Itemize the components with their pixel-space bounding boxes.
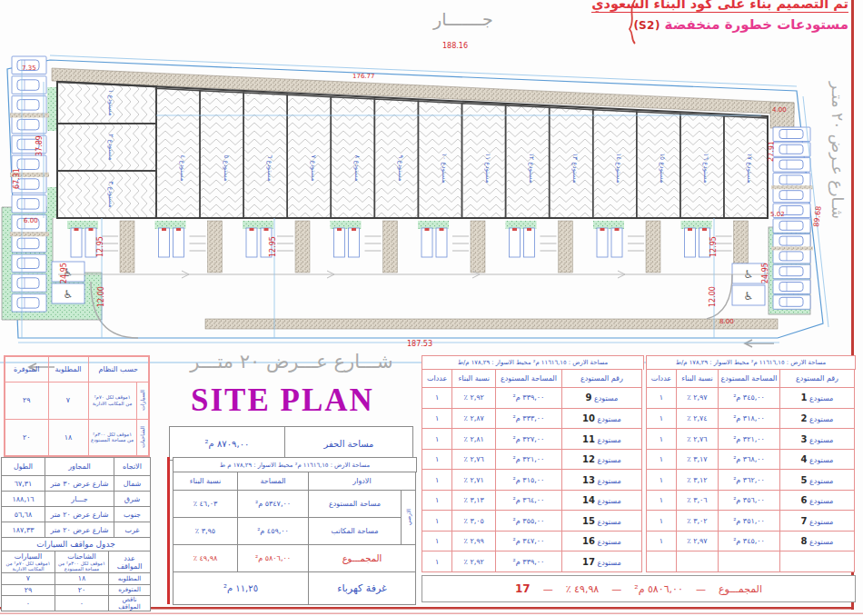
empty-cell [647, 551, 677, 572]
building-ratio: ٢,٧٦ ٪ [452, 449, 496, 470]
wall-band [10, 232, 49, 236]
col-header: نسبة البناء [174, 472, 238, 491]
warehouse-row: مستودع 13٣١٥,٠٠ م²٢,٧١ ٪١ [422, 470, 642, 491]
summary-label: المجمـــوع [719, 583, 762, 595]
dim-bay-width: 12.95 [269, 236, 277, 257]
unit-count: ١ [422, 449, 452, 470]
warehouse-row: مستودع 9٣٣٩,٠٠ م²٢,٩٢ ٪١ [422, 388, 642, 409]
warehouse-number: مستودع 2 [780, 408, 855, 429]
dock-marker [250, 228, 254, 231]
wall-column [646, 221, 660, 273]
area-row: الارضيمساحة المستودع٥٣٤٧,٠٠ م²٤٦,٠٣ ٪ [174, 491, 416, 518]
truck-dock-stall [699, 228, 710, 257]
truck-dock-stall [685, 228, 696, 257]
warehouse-number: مستودع 15 [561, 511, 641, 532]
dock-marker [74, 228, 79, 231]
warehouse-unit-label: مستودع ١٦ [702, 154, 709, 184]
areas-table: الادوار المساحة نسبة البناء الارضيمساحة … [173, 472, 416, 605]
building-ratio: ٣,٠٥ ٪ [452, 511, 496, 532]
wall-column [208, 221, 223, 273]
warehouse-row: مستودع 12٣٢١,٠٠ م²٢,٧٦ ٪١ [422, 449, 642, 470]
warehouse-row: مستودع 6٣٥٦,٠٠ م²٣,٠٦ ٪١ [647, 490, 855, 511]
building-ratio: ٢,٨١ ٪ [452, 429, 496, 450]
floor-label: الارضي [402, 491, 416, 545]
col-header: حسب النظام [88, 356, 149, 382]
wall-column [120, 221, 134, 273]
length-value: ١٨٨,١٦ [2, 492, 45, 507]
truck-count: ٠ [55, 596, 109, 611]
adjacent-feature: شارع عرض ٢٠ متر [45, 522, 114, 538]
warehouse-unit-label: مستودع ١٢ [528, 154, 535, 184]
dim-bay-width: 12.95 [709, 236, 718, 257]
standards-row: الشاحنات١موقف لكل ٣٠٠م² من مساحة المستود… [5, 419, 149, 456]
direction-name: شرق [114, 492, 151, 507]
warehouse-unit [418, 101, 461, 218]
directions-table: الاتجاه المجاور الطول شمالشارع عرض ٣٠ مت… [1, 457, 151, 538]
wall-band [771, 246, 813, 250]
warehouse-unit-label: مستودع ١٤ [615, 154, 622, 184]
total-area: ٥٨٠٦,٠٠ م² [238, 545, 309, 572]
wall-column [295, 221, 310, 273]
totals-summary: المجمـــوع — ٥٨٠٦,٠٠ م² — ٤٩,٩٨ ٪ — 17 [422, 575, 856, 602]
wall-column [471, 221, 485, 273]
direction-name: غرب [114, 522, 151, 538]
electric-room-area: ١١,٢٥ م² [174, 572, 309, 605]
length-value: ٦٧,٣١ [2, 476, 45, 492]
dim-right-building: 27.91 [767, 141, 776, 162]
row-label: المطلوبه [109, 573, 151, 585]
building-ratio: ٣,١٢ ٪ [677, 470, 719, 491]
area-row: مساحة المكاتب٤٥٩,٠٠ م²٣,٩٥ ٪ [174, 518, 416, 545]
dock-marker [440, 228, 444, 231]
wheelchair-icon: ♿ [744, 290, 754, 303]
dim-bottom-total: 187.53 [407, 340, 432, 348]
dock-marker [615, 228, 620, 231]
warehouse-area: ٣٣٩,٠٠ م² [496, 551, 561, 572]
adjacent-feature: شارع عرض ٢٠ متر [45, 507, 114, 522]
warehouse-number: مستودع 3 [780, 429, 855, 450]
warehouse-row: مستودع 4٣٦٨,٠٠ م²٣,١٧ ٪١ [647, 449, 855, 470]
col-header: رقم المستودع [561, 370, 641, 388]
dock-marker [425, 228, 430, 231]
total-label: المجمـــوع [309, 545, 416, 572]
warehouse-type-note: مستودعات خطورة منخفضة (S2) [633, 16, 848, 33]
row-label: ناقص المواقف [109, 596, 151, 611]
truck-dock-stall [597, 228, 608, 257]
direction-name: جنوب [114, 507, 151, 522]
warehouse-unit-label: مستودع ٥ [223, 154, 230, 181]
warehouse-number: مستودع 6 [780, 490, 855, 511]
col-header: المساحة المستودع [496, 370, 561, 388]
warehouse-row: مستودع 15٣٥٥,٠٠ م²٣,٠٥ ٪١ [422, 511, 642, 532]
warehouse-unit-label: مستودع ١٥ [659, 154, 666, 184]
truck-dock-stall [349, 228, 360, 257]
warehouse-unit [287, 94, 331, 218]
warehouse-number: مستودع 8 [780, 531, 855, 551]
dock-marker [264, 228, 269, 231]
truck-dock-stall [524, 228, 535, 257]
street-label-right: شـارع عـرض ٢٠ متـر [828, 81, 847, 219]
dim-gate-width: 8.00 [719, 318, 734, 325]
red-separator [167, 457, 170, 604]
warehouse-unit-label: مستودع ٩ [397, 154, 404, 181]
dim-left-offset: 6.00 [24, 217, 38, 224]
warehouse-unit [200, 91, 243, 218]
warehouse-unit [57, 171, 156, 218]
warehouse-area: ٣٤٥,٠٠ م² [719, 531, 780, 551]
warehouse-row: مستودع 7٣٥١,٠٠ م²٣,٠٢ ٪١ [647, 511, 855, 532]
warehouse-area: ٣٥٥,٠٠ م² [496, 511, 561, 532]
warehouses-right-caption: مساحة الارض : ١١٦١٦,١٥ م² محيط الاسوار :… [646, 355, 856, 370]
unit-count: ١ [422, 490, 452, 511]
rule-text: ١موقف لكل ٧٠م² من المكاتب الادارية [88, 382, 136, 419]
dim-top-total: 188.16 [442, 42, 468, 50]
col-header: الادوار [309, 472, 416, 491]
adjacent-feature: شارع عرض ٣٠ متر [45, 476, 114, 492]
col-header: الشاحنات١موقف لكل ٣٠٠م² من مساحة المستود… [55, 551, 109, 573]
warehouses-right-table: رقم المستودع المساحة المستودع نسبة البنا… [646, 369, 855, 572]
ratio-value: ٣,٩٥ ٪ [174, 518, 238, 545]
building-ratio: ٢,٩٢ ٪ [452, 551, 496, 572]
warehouse-number: مستودع 4 [780, 449, 855, 470]
dim-corner-right: 24.95 [761, 263, 769, 283]
parking-row: المتوفره٢٠٢٩ [2, 584, 151, 596]
dock-marker [89, 228, 94, 231]
warehouse-row: مستودع 3٣٢١,٠٠ م²٢,٧٦ ٪١ [647, 429, 855, 450]
direction-row: غربشارع عرض ٢٠ متر١٨٧,٣٣ [2, 522, 151, 538]
